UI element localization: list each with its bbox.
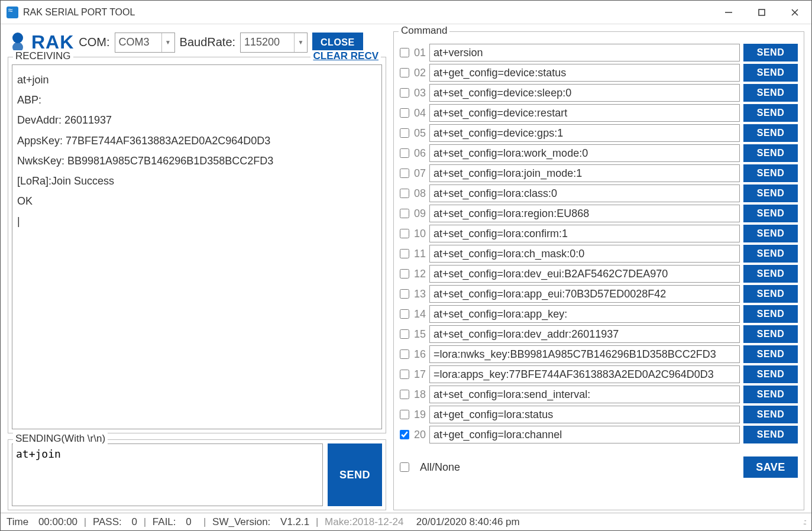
command-send-button[interactable]: SEND <box>743 144 798 162</box>
command-row: 19SEND <box>400 404 798 425</box>
all-none-checkbox[interactable] <box>400 462 409 472</box>
command-checkbox[interactable] <box>400 349 409 359</box>
status-fail: 0 <box>186 516 191 528</box>
app-icon <box>7 7 18 18</box>
command-input[interactable] <box>429 164 740 182</box>
command-input[interactable] <box>429 124 740 142</box>
command-input[interactable] <box>429 184 740 202</box>
command-number: 16 <box>413 348 426 361</box>
close-port-button[interactable]: CLOSE <box>312 33 363 53</box>
minimize-button[interactable] <box>712 1 745 24</box>
command-number: 10 <box>413 228 426 240</box>
receiving-textarea[interactable]: at+join ABP: DevAddr: 26011937 AppsKey: … <box>12 64 382 429</box>
command-checkbox[interactable] <box>400 148 409 158</box>
com-select[interactable]: ▼ <box>115 33 175 53</box>
command-number: 02 <box>413 67 426 79</box>
command-checkbox[interactable] <box>400 289 409 299</box>
command-checkbox[interactable] <box>400 309 409 319</box>
command-send-button[interactable]: SEND <box>743 84 798 102</box>
command-number: 14 <box>413 308 426 320</box>
command-send-button[interactable]: SEND <box>743 205 798 222</box>
command-input[interactable] <box>429 84 740 102</box>
command-input[interactable] <box>429 285 740 303</box>
baud-select[interactable]: ▼ <box>240 33 308 53</box>
command-send-button[interactable]: SEND <box>743 325 798 343</box>
command-checkbox[interactable] <box>400 430 409 439</box>
command-send-button[interactable]: SEND <box>743 426 798 443</box>
resize-grip-icon[interactable]: .:: <box>803 518 805 526</box>
command-input[interactable] <box>429 64 740 82</box>
window-title: RAK SERIAL PORT TOOL <box>23 7 135 18</box>
baud-value[interactable] <box>241 36 294 48</box>
command-input[interactable] <box>429 345 740 363</box>
command-row: 12SEND <box>400 264 798 284</box>
command-send-button[interactable]: SEND <box>743 406 798 423</box>
command-input[interactable] <box>429 245 740 263</box>
command-checkbox[interactable] <box>400 410 409 419</box>
command-checkbox[interactable] <box>400 169 409 178</box>
status-bar: Time 00:00:00 | PASS: 0 | FAIL: 0 | SW_V… <box>1 513 811 530</box>
command-input[interactable] <box>429 205 740 222</box>
receiving-title: RECEIVING <box>13 50 73 62</box>
maximize-button[interactable] <box>745 1 778 24</box>
command-checkbox[interactable] <box>400 128 409 138</box>
command-input[interactable] <box>429 365 740 383</box>
command-row: 07SEND <box>400 163 798 183</box>
sending-input[interactable] <box>12 443 323 506</box>
status-sw: V1.2.1 <box>280 516 309 528</box>
command-input[interactable] <box>429 386 740 403</box>
command-send-button[interactable]: SEND <box>743 184 798 202</box>
close-window-button[interactable] <box>778 1 811 24</box>
command-send-button[interactable]: SEND <box>743 164 798 182</box>
save-button[interactable]: SAVE <box>743 456 798 478</box>
command-input[interactable] <box>429 406 740 423</box>
command-row: 06SEND <box>400 143 798 163</box>
command-send-button[interactable]: SEND <box>743 285 798 303</box>
command-checkbox[interactable] <box>400 88 409 98</box>
command-send-button[interactable]: SEND <box>743 64 798 82</box>
command-send-button[interactable]: SEND <box>743 305 798 323</box>
command-checkbox[interactable] <box>400 249 409 258</box>
command-send-button[interactable]: SEND <box>743 104 798 122</box>
command-row: 17SEND <box>400 364 798 384</box>
command-send-button[interactable]: SEND <box>743 345 798 363</box>
chevron-down-icon[interactable]: ▼ <box>294 33 307 52</box>
command-number: 19 <box>413 409 426 421</box>
command-checkbox[interactable] <box>400 108 409 118</box>
command-send-button[interactable]: SEND <box>743 245 798 263</box>
command-row: 10SEND <box>400 224 798 244</box>
command-input[interactable] <box>429 144 740 162</box>
command-send-button[interactable]: SEND <box>743 265 798 283</box>
command-input[interactable] <box>429 104 740 122</box>
command-checkbox[interactable] <box>400 68 409 77</box>
command-input[interactable] <box>429 325 740 343</box>
chevron-down-icon[interactable]: ▼ <box>161 33 174 52</box>
command-input[interactable] <box>429 225 740 242</box>
command-number: 08 <box>413 187 426 200</box>
command-number: 18 <box>413 388 426 401</box>
command-checkbox[interactable] <box>400 370 409 379</box>
command-send-button[interactable]: SEND <box>743 365 798 383</box>
command-send-button[interactable]: SEND <box>743 124 798 142</box>
command-checkbox[interactable] <box>400 229 409 238</box>
command-checkbox[interactable] <box>400 48 409 57</box>
command-checkbox[interactable] <box>400 209 409 218</box>
clear-recv-link[interactable]: CLEAR RECV <box>310 50 381 62</box>
command-input[interactable] <box>429 265 740 283</box>
all-none-label: All/None <box>420 461 460 474</box>
command-send-button[interactable]: SEND <box>743 44 798 61</box>
command-send-button[interactable]: SEND <box>743 225 798 242</box>
command-checkbox[interactable] <box>400 189 409 198</box>
com-value[interactable] <box>115 36 161 48</box>
command-checkbox[interactable] <box>400 390 409 399</box>
command-input[interactable] <box>429 305 740 323</box>
command-send-button[interactable]: SEND <box>743 386 798 403</box>
command-checkbox[interactable] <box>400 329 409 339</box>
command-checkbox[interactable] <box>400 269 409 279</box>
command-input[interactable] <box>429 44 740 61</box>
command-input[interactable] <box>429 426 740 443</box>
status-time-label: Time <box>7 516 28 528</box>
command-row: 15SEND <box>400 324 798 344</box>
send-button[interactable]: SEND <box>328 443 382 506</box>
command-row: 09SEND <box>400 203 798 224</box>
